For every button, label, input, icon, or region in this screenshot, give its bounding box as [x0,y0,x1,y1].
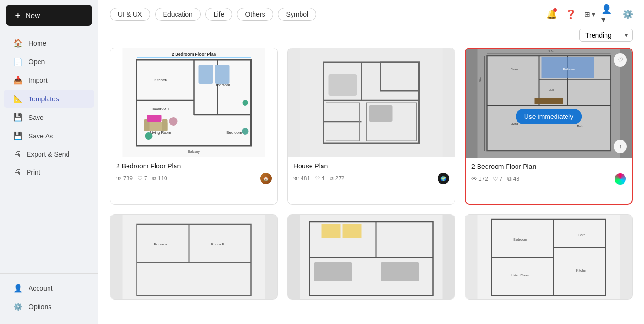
sidebar-item-save-as[interactable]: 💾 Save As [4,127,94,145]
copies-icon-2: ⧉ [330,175,334,182]
card-3-heart-icon[interactable]: ♡ [614,53,627,67]
svg-text:Room A: Room A [154,242,167,246]
svg-text:Kitchen: Kitchen [154,78,167,82]
card-2-stats: 👁 481 ♡ 4 ⧉ 272 🌍 [293,173,449,184]
sidebar-item-export[interactable]: 🖨 Export & Send [4,146,94,163]
svg-rect-20 [147,115,162,122]
card-3-views: 👁 172 [471,176,488,182]
sort-select[interactable]: Trending Newest Most Liked [579,29,633,42]
svg-text:Room B: Room B [211,242,224,246]
sidebar-item-save-label: Save [29,114,44,121]
card-3-likes: ♡ 7 [493,176,503,182]
sidebar-item-save-as-label: Save As [29,132,53,140]
plus-icon: ＋ [13,10,22,21]
sidebar-item-templates-label: Templates [29,95,59,103]
card-1-stats: 👁 739 ♡ 7 ⧉ 110 🏠 [116,173,272,184]
svg-rect-64 [322,224,341,238]
person-icon[interactable]: 👤 ▾ [601,7,616,22]
card-2-likes: ♡ 4 [315,175,325,182]
svg-rect-28 [381,62,419,91]
options-icon: ⚙️ [13,302,23,311]
copies-icon-3: ⧉ [507,176,512,182]
card-3-avatar [615,173,626,185]
print-icon: 🖨 [13,168,21,177]
sidebar-nav: 🏠 Home 📄 Open 📥 Import 📐 Templates 💾 Sav… [0,30,98,273]
svg-text:Bedroom: Bedroom [226,130,242,135]
svg-point-15 [242,128,249,135]
sort-wrapper: Trending Newest Most Liked [579,29,633,42]
svg-rect-23 [215,65,230,84]
svg-text:Hall: Hall [549,89,554,92]
svg-text:Living: Living [511,122,518,125]
card-1-views: 👁 739 [116,175,133,182]
apps-grid-icon[interactable]: ⊞ ▾ [582,7,597,22]
sidebar-item-options-label: Options [29,303,51,311]
filter-life[interactable]: Life [205,8,233,21]
svg-text:Bath: Bath [578,233,585,236]
svg-text:Bedroom: Bedroom [563,68,575,70]
home-icon: 🏠 [13,39,23,48]
filter-others[interactable]: Others [237,8,273,21]
card-1[interactable]: Kitchen Bathroom Living Room Bedroom Bed… [110,48,278,205]
use-immediately-button[interactable]: Use immediately [516,109,582,124]
svg-rect-65 [343,224,362,238]
filter-ui-ux[interactable]: UI & UX [110,8,150,21]
card-2-footer: House Plan 👁 481 ♡ 4 ⧉ 272 🌍 [288,157,455,188]
card-1-title: 2 Bedroom Floor Plan [116,162,272,170]
sidebar-item-import-label: Import [29,77,48,84]
sidebar-bottom: 👤 Account ⚙️ Options [0,273,98,324]
card-6[interactable]: Bedroom Living Room Bath Kitchen [465,214,633,300]
new-button[interactable]: ＋ New [6,5,92,26]
svg-text:Living Room: Living Room [511,274,529,277]
main-content: 🔔 ❓ ⊞ ▾ 👤 ▾ ⚙️ UI & UX Education Life Ot… [98,0,644,324]
svg-text:Bath: Bath [577,125,583,128]
sidebar-item-import[interactable]: 📥 Import [4,71,94,89]
views-icon: 👁 [116,175,122,182]
open-icon: 📄 [13,57,23,66]
svg-text:Bedroom: Bedroom [513,238,527,241]
sidebar-item-save[interactable]: 💾 Save [4,108,94,126]
card-5[interactable] [287,214,455,300]
toolbar-row: Trending Newest Most Liked [98,27,644,48]
svg-text:Kitchen: Kitchen [576,269,587,272]
card-4[interactable]: Room A Room B [110,214,278,300]
help-icon[interactable]: ❓ [563,7,578,22]
card-1-likes: ♡ 7 [137,175,147,182]
sidebar-item-export-label: Export & Send [27,150,69,158]
topbar: 🔔 ❓ ⊞ ▾ 👤 ▾ ⚙️ [536,0,644,29]
sidebar-item-account[interactable]: 👤 Account [4,279,94,297]
card-2-copies: ⧉ 272 [330,175,345,182]
settings-icon[interactable]: ⚙️ [620,7,635,22]
card-3[interactable]: ♡ Roo [465,48,633,205]
svg-rect-22 [199,65,213,84]
card-3-stats: 👁 172 ♡ 7 ⧉ 48 [471,173,626,185]
card-5-image [288,215,455,300]
card-2[interactable]: House Plan 👁 481 ♡ 4 ⧉ 272 🌍 [287,48,455,205]
filter-education[interactable]: Education [155,8,201,21]
sidebar-item-open[interactable]: 📄 Open [4,53,94,70]
card-2-avatar: 🌍 [438,173,449,184]
sidebar-item-print[interactable]: 🖨 Print [4,164,94,181]
views-icon-3: 👁 [471,176,477,182]
card-3-footer: 2 Bedroom Floor Plan 👁 172 ♡ 7 ⧉ 48 [466,158,632,188]
sidebar: ＋ New 🏠 Home 📄 Open 📥 Import 📐 Templates… [0,0,98,324]
card-2-title: House Plan [293,162,449,170]
card-1-image: Kitchen Bathroom Living Room Bedroom Bed… [110,48,277,157]
svg-text:Balcony: Balcony [188,150,200,154]
card-2-views: 👁 481 [293,175,310,182]
filter-symbol[interactable]: Symbol [278,8,316,21]
likes-icon-3: ♡ [493,176,498,182]
sidebar-item-options[interactable]: ⚙️ Options [4,298,94,315]
notification-icon[interactable]: 🔔 [544,7,559,22]
sidebar-item-templates[interactable]: 📐 Templates [4,90,94,108]
sidebar-item-home[interactable]: 🏠 Home [4,34,94,52]
card-1-avatar: 🏠 [260,173,272,184]
svg-rect-19 [162,119,168,131]
card-3-scroll-icon[interactable]: ↑ [614,140,627,153]
likes-icon: ♡ [137,175,143,182]
sidebar-item-home-label: Home [29,39,46,47]
export-icon: 🖨 [13,150,21,158]
svg-rect-21 [169,117,178,126]
svg-text:Bathroom: Bathroom [152,107,169,111]
svg-rect-35 [329,74,357,96]
